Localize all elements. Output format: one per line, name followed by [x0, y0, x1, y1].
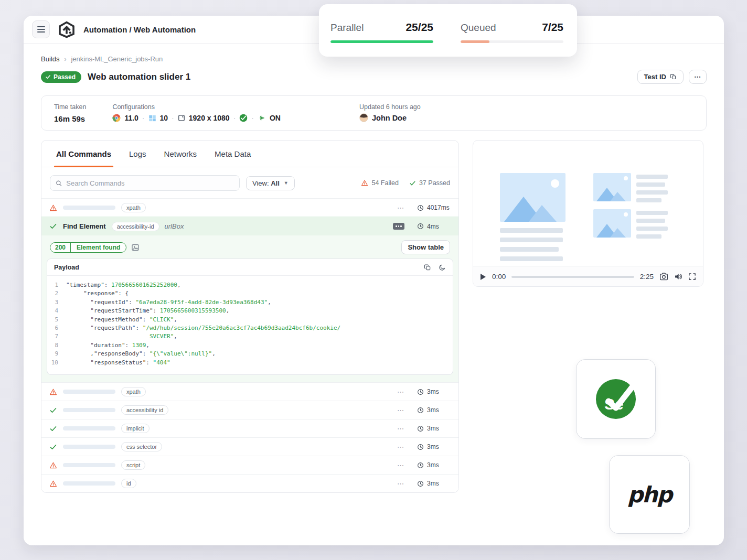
time-taken-block: Time taken 16m 59s — [54, 103, 86, 123]
app-logo-icon — [57, 21, 76, 38]
svg-text:Se: Se — [604, 395, 624, 413]
dark-mode-moon-icon[interactable] — [439, 264, 446, 271]
code-line: 3 "requestId": "6a7eda28-9f5f-4add-82de-… — [47, 298, 453, 307]
locator-badge: implicit — [121, 424, 150, 433]
updated-block: Updated 6 hours ago John Doe — [359, 103, 421, 122]
duration: 4017ms — [417, 204, 451, 211]
video-seek-bar[interactable] — [511, 276, 634, 278]
app-title: Automation / Web Automation — [83, 25, 196, 34]
video-player-card: 0:00 2:25 — [473, 140, 703, 287]
more-actions-button[interactable]: ⋯ — [689, 70, 707, 84]
code-line: 2 "response": { — [47, 289, 453, 298]
chrome-browser-icon — [112, 114, 121, 122]
breadcrumb-builds-link[interactable]: Builds — [41, 55, 59, 63]
tunnel-state: ON — [270, 114, 281, 122]
concurrency-stats-card: Parallel 25/25 Queued 7/25 — [319, 4, 577, 57]
command-row[interactable]: script ⋯ 3ms — [41, 456, 458, 474]
video-frame-mock — [473, 141, 703, 266]
line-number: 6 — [47, 324, 66, 332]
clock-icon — [417, 223, 424, 230]
command-row[interactable]: xpath ⋯ 3ms — [41, 382, 458, 401]
command-row[interactable]: css selector ⋯ 3ms — [41, 437, 458, 456]
screenshot-icon[interactable] — [131, 243, 140, 252]
row-more-button[interactable]: ⋯ — [397, 425, 404, 433]
volume-icon[interactable] — [674, 273, 682, 281]
line-number: 9 — [47, 350, 66, 358]
search-commands-input[interactable] — [66, 179, 234, 187]
command-row[interactable]: accessibility id ⋯ 3ms — [41, 401, 458, 419]
code-line: 1 "timestamp": 1705665601625252000, — [47, 281, 453, 289]
command-row[interactable]: id ⋯ 3ms — [41, 474, 458, 492]
show-table-button[interactable]: Show table — [401, 240, 450, 254]
page-title: Web automation slider 1 — [88, 72, 190, 82]
browser-version: 11.0 — [124, 114, 138, 122]
camera-screenshot-icon[interactable] — [659, 273, 668, 281]
command-skeleton — [63, 426, 115, 430]
os-version: 10 — [160, 114, 168, 122]
mock-image-large — [500, 173, 565, 222]
duration: 3ms — [417, 443, 451, 450]
line-number: 3 — [47, 298, 66, 307]
code-line: 7 SVCVER", — [47, 332, 453, 341]
video-duration: 2:25 — [640, 273, 654, 281]
command-skeleton — [63, 463, 115, 467]
code-line: 10 "responseStatus": "404" — [47, 359, 453, 367]
copy-icon — [670, 73, 677, 80]
command-argument: urlBox — [165, 222, 184, 230]
command-skeleton — [63, 445, 115, 449]
command-row[interactable]: implicit ⋯ 3ms — [41, 419, 458, 437]
parallel-label: Parallel — [330, 22, 364, 34]
console-chip-icon[interactable] — [393, 223, 404, 230]
test-id-button[interactable]: Test ID — [637, 70, 684, 84]
passed-count: 37 Passed — [409, 179, 450, 187]
command-row-selected[interactable]: Find Element accessibility-id urlBox 4ms — [41, 217, 458, 235]
clock-icon — [417, 204, 424, 211]
fullscreen-icon[interactable] — [688, 273, 696, 281]
tab-meta-data[interactable]: Meta Data — [215, 141, 251, 167]
row-more-button[interactable]: ⋯ — [397, 443, 404, 451]
locator-badge: script — [121, 460, 145, 470]
code-line: 6 "requestPath": "/wd/hub/session/755e20… — [47, 324, 453, 332]
tab-logs[interactable]: Logs — [129, 141, 146, 167]
configurations-block: Configurations 11.0 · 10 · 1920 x 10 — [112, 103, 281, 122]
command-row[interactable]: xpath ⋯ 4017ms — [41, 198, 458, 217]
view-filter-dropdown[interactable]: View: All ▼ — [246, 176, 295, 190]
line-number: 5 — [47, 316, 66, 324]
command-skeleton — [63, 481, 115, 486]
tab-networks[interactable]: Networks — [164, 141, 197, 167]
queued-value: 7/25 — [542, 21, 563, 34]
check-icon — [49, 443, 57, 451]
queued-label: Queued — [461, 22, 496, 34]
row-more-button[interactable]: ⋯ — [397, 461, 404, 469]
row-more-button[interactable]: ⋯ — [397, 388, 404, 396]
selenium-logo-card: Se — [576, 359, 656, 439]
duration: 3ms — [417, 388, 451, 395]
duration: 3ms — [417, 425, 451, 432]
row-more-button[interactable]: ⋯ — [397, 204, 404, 212]
duration: 3ms — [417, 406, 451, 414]
selenium-logo-icon: Se — [595, 378, 637, 420]
copy-payload-icon[interactable] — [424, 264, 431, 271]
row-more-button[interactable]: ⋯ — [397, 406, 404, 414]
parallel-value: 25/25 — [405, 21, 433, 34]
response-message: Element found — [71, 243, 126, 252]
check-icon — [49, 425, 57, 433]
command-list-bottom: xpath ⋯ 3ms accessibility id ⋯ 3ms impli… — [41, 382, 458, 492]
response-status-pill: 200 Element found — [50, 242, 126, 253]
search-icon — [56, 180, 62, 187]
tab-all-commands[interactable]: All Commands — [56, 141, 111, 167]
play-button[interactable] — [480, 273, 486, 281]
resolution-icon — [178, 114, 185, 122]
payload-code: 1 "timestamp": 1705665601625252000, 2 "r… — [47, 276, 453, 374]
clock-icon — [417, 407, 424, 414]
row-more-button[interactable]: ⋯ — [397, 480, 404, 488]
right-panel: 0:00 2:25 — [473, 140, 703, 534]
payload-title: Payload — [54, 264, 79, 271]
clock-icon — [417, 444, 424, 450]
command-detail-panel: 200 Element found Show table Payload — [41, 235, 458, 382]
hamburger-menu-button[interactable] — [32, 20, 50, 38]
queued-progress-track — [461, 40, 563, 43]
warning-icon — [361, 179, 368, 187]
search-commands-box[interactable] — [50, 175, 240, 191]
resolution-value: 1920 x 1080 — [189, 114, 230, 122]
